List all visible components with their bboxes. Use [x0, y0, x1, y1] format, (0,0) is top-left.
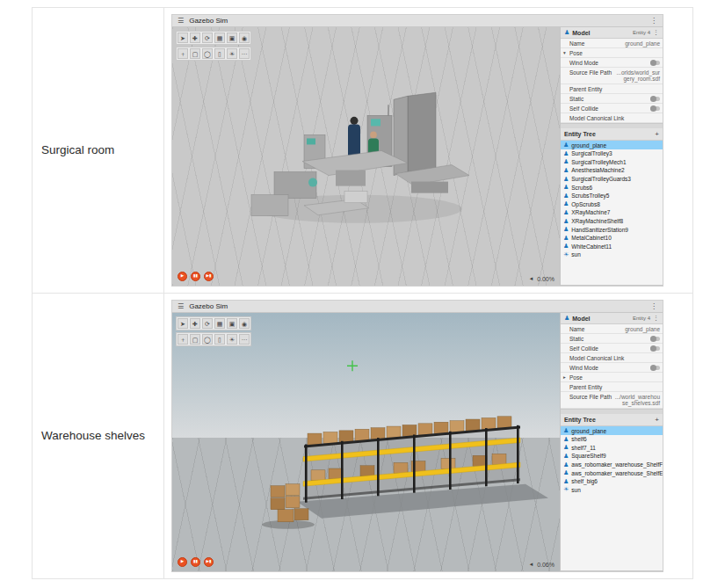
- entity-tree-item[interactable]: ♟ shelf7_11: [561, 444, 663, 453]
- pause-button[interactable]: ▮▮: [191, 557, 200, 567]
- entity-tree-item[interactable]: ♟ aws_robomaker_warehouse_ShelfF_013: [561, 461, 663, 469]
- examples-table: Surgical room ☰ Gazebo Sim ⋮: [32, 7, 693, 579]
- chevron-left-icon[interactable]: ◂: [530, 275, 533, 282]
- property-row[interactable]: Name ground_plane: [561, 324, 663, 334]
- window-titlebar: ☰ Gazebo Sim ⋮: [172, 301, 663, 313]
- toggle-switch[interactable]: [650, 97, 660, 101]
- entity-tree-item[interactable]: ♟ SurgicalTrolley3: [561, 149, 663, 158]
- pause-button[interactable]: ▮▮: [191, 272, 200, 281]
- step-button[interactable]: ▶▮: [204, 272, 214, 281]
- property-row[interactable]: Model Canonical Link: [561, 353, 663, 363]
- viewport-3d[interactable]: ➤✚⟳▦▣◉ ＋▢◯▯☀⋯ ▶▮▮▶▮ ◂ 0: [172, 27, 560, 286]
- entity-tree-item[interactable]: ♟ XRayMachineShelf8: [561, 217, 663, 226]
- property-row[interactable]: Wind Mode: [561, 363, 663, 373]
- property-key: Parent Entity: [569, 86, 602, 92]
- entity-icon: ♟: [563, 192, 569, 200]
- property-row[interactable]: Static: [561, 334, 663, 344]
- add-entity-icon[interactable]: +: [655, 130, 659, 138]
- entity-tree-item[interactable]: ♟ OpScrubs8: [561, 200, 663, 209]
- model-panel-title: Model: [572, 316, 590, 322]
- property-value: ground_plane: [625, 326, 660, 332]
- toggle-switch[interactable]: [650, 337, 660, 341]
- kebab-menu-icon[interactable]: ⋮: [653, 315, 659, 322]
- entity-tree-item[interactable]: ♟ ground_plane: [561, 141, 663, 149]
- viewport-3d[interactable]: ➤✚⟳▦▣◉ ＋▢◯▯☀⋯ ▶▮▮▶▮ ◂ 0: [172, 313, 560, 571]
- play-button[interactable]: ▶: [178, 557, 187, 567]
- add-entity-icon[interactable]: +: [655, 416, 659, 424]
- step-button[interactable]: ▶▮: [204, 557, 214, 567]
- property-row[interactable]: Wind Mode: [561, 58, 663, 68]
- video-record-icon[interactable]: ◉: [239, 33, 250, 43]
- property-row[interactable]: Parent Entity: [561, 84, 663, 94]
- snap-grid-icon[interactable]: ▦: [214, 33, 225, 43]
- rotate-tool-icon[interactable]: ⟳: [202, 33, 213, 43]
- more-tools-icon[interactable]: ⋯: [239, 48, 250, 59]
- screenshot-tool-icon[interactable]: ▣: [227, 33, 237, 43]
- entity-tree-item[interactable]: ♟ MetalCabinet10: [561, 234, 663, 243]
- video-record-icon[interactable]: ◉: [239, 318, 250, 329]
- screenshot-tool-icon[interactable]: ▣: [227, 318, 237, 329]
- property-row[interactable]: Self Collide: [561, 104, 663, 113]
- documentation-page: Surgical room ☰ Gazebo Sim ⋮: [0, 0, 703, 588]
- translate-tool-icon[interactable]: ✚: [190, 318, 200, 329]
- menu-icon[interactable]: ☰: [178, 302, 184, 310]
- property-row[interactable]: Static: [561, 94, 663, 104]
- rotate-tool-icon[interactable]: ⟳: [202, 318, 213, 329]
- select-tool-icon[interactable]: ➤: [178, 318, 188, 329]
- property-row[interactable]: Self Collide: [561, 344, 663, 353]
- entity-tree-item[interactable]: ☀ sun: [561, 250, 663, 259]
- entity-tree-item[interactable]: ♟ WhiteCabinet11: [561, 243, 663, 251]
- entity-tree-item[interactable]: ♟ SurgicalTrolleyGuards3: [561, 175, 663, 184]
- cylinder-shape-icon[interactable]: ▯: [214, 334, 225, 345]
- entity-tree-item[interactable]: ☀ sun: [561, 486, 663, 495]
- toggle-switch[interactable]: [650, 366, 660, 370]
- entity-tree-item[interactable]: ♟ shelf6: [561, 435, 663, 444]
- entity-tree-item[interactable]: ♟ ground_plane: [561, 426, 663, 435]
- entity-tree-item[interactable]: ♟ Scrubs6: [561, 183, 663, 192]
- entity-name: shelf6: [571, 436, 586, 442]
- rtf-value: 0.06%: [537, 562, 554, 568]
- kebab-menu-icon[interactable]: ⋮: [650, 302, 657, 310]
- box-shape-icon[interactable]: ▢: [190, 334, 200, 345]
- play-button[interactable]: ▶: [178, 272, 187, 281]
- property-row[interactable]: Model Canonical Link: [561, 113, 663, 123]
- entity-tree-item[interactable]: ♟ SquareShelf9: [561, 452, 663, 461]
- model-icon: ♟: [564, 29, 569, 36]
- entity-tree-item[interactable]: ♟ shelf_big6: [561, 477, 663, 486]
- cylinder-shape-icon[interactable]: ▯: [214, 48, 225, 59]
- playback-controls: ▶▮▮▶▮: [178, 557, 214, 567]
- entity-tree-item[interactable]: ♟ AnesthesiaMachine2: [561, 166, 663, 175]
- kebab-menu-icon[interactable]: ⋮: [650, 17, 657, 25]
- property-row[interactable]: Parent Entity: [561, 382, 663, 392]
- kebab-menu-icon[interactable]: ⋮: [653, 29, 659, 36]
- property-row[interactable]: Source File Path ...orlds/world_surgery_…: [561, 68, 663, 84]
- entity-tree-item[interactable]: ♟ XRayMachine7: [561, 208, 663, 217]
- toggle-switch[interactable]: [650, 346, 660, 351]
- sphere-shape-icon[interactable]: ◯: [202, 334, 213, 345]
- light-tool-icon[interactable]: ☀: [227, 334, 237, 345]
- entity-label: Entity 4: [633, 30, 650, 35]
- toggle-switch[interactable]: [650, 61, 660, 65]
- select-tool-icon[interactable]: ➤: [178, 33, 188, 43]
- sphere-shape-icon[interactable]: ◯: [202, 48, 213, 59]
- property-row[interactable]: ▾ Pose: [561, 48, 663, 58]
- entity-tree-item[interactable]: ♟ aws_robomaker_warehouse_ShelfE_014: [561, 468, 663, 477]
- property-row[interactable]: Source File Path .../world_warehouse_she…: [561, 392, 663, 409]
- snap-grid-icon[interactable]: ▦: [214, 318, 225, 329]
- entity-tree-item[interactable]: ♟ ScrubsTrolley5: [561, 192, 663, 200]
- add-shape-icon[interactable]: ＋: [178, 334, 188, 345]
- translate-tool-icon[interactable]: ✚: [190, 33, 200, 43]
- model-panel-header: ♟ Model Entity 4 ⋮: [561, 313, 663, 324]
- chevron-left-icon[interactable]: ◂: [530, 561, 533, 568]
- menu-icon[interactable]: ☰: [178, 17, 184, 25]
- add-shape-icon[interactable]: ＋: [178, 48, 188, 59]
- light-tool-icon[interactable]: ☀: [227, 48, 237, 59]
- property-key: Pose: [569, 374, 583, 381]
- box-shape-icon[interactable]: ▢: [190, 48, 200, 59]
- more-tools-icon[interactable]: ⋯: [239, 334, 250, 345]
- property-row[interactable]: Name ground_plane: [561, 39, 663, 48]
- entity-tree-item[interactable]: ♟ HandSanitizerStation9: [561, 225, 663, 234]
- property-row[interactable]: ▸ Pose: [561, 373, 663, 382]
- toggle-switch[interactable]: [650, 106, 660, 111]
- entity-tree-item[interactable]: ♟ SurgicalTrolleyMech1: [561, 158, 663, 167]
